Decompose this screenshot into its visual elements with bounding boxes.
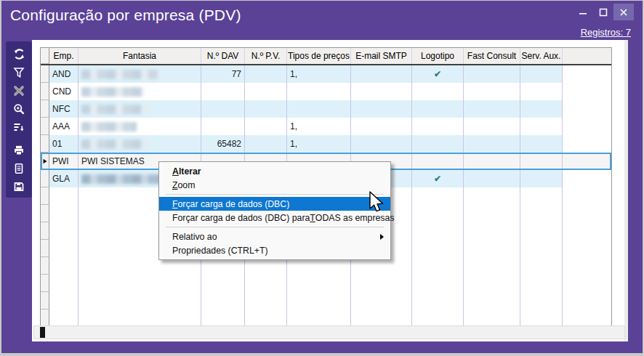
save-button[interactable] bbox=[9, 177, 28, 195]
cell-fast[interactable] bbox=[464, 153, 520, 170]
cell-fantasia[interactable] bbox=[79, 135, 201, 153]
column-header-pv[interactable]: N.º P.V. bbox=[245, 48, 287, 64]
empty-cell bbox=[464, 257, 520, 275]
cell-fast[interactable] bbox=[464, 118, 520, 135]
table-row-nfc[interactable]: NFC bbox=[41, 100, 611, 118]
cell-fast[interactable] bbox=[464, 65, 520, 83]
row-gutter-cell[interactable] bbox=[41, 153, 49, 170]
cell-serv[interactable] bbox=[520, 65, 563, 83]
cell-logotipo[interactable] bbox=[412, 118, 464, 135]
cell-emp[interactable]: AAA bbox=[49, 118, 79, 135]
row-gutter-cell[interactable] bbox=[41, 83, 49, 100]
row-gutter-cell[interactable] bbox=[41, 135, 49, 153]
row-gutter-cell[interactable] bbox=[41, 118, 49, 135]
filter-button[interactable] bbox=[9, 63, 28, 81]
cell-pv[interactable] bbox=[245, 118, 287, 135]
row-gutter-cell bbox=[41, 310, 49, 326]
cell-dav[interactable]: 65482 bbox=[201, 135, 245, 153]
zoom-button[interactable] bbox=[9, 100, 28, 118]
cell-emp[interactable]: GLA bbox=[49, 170, 79, 187]
cell-emp[interactable]: AND bbox=[49, 65, 79, 83]
column-header-logotipo[interactable]: Logotipo bbox=[412, 48, 464, 64]
table-row-aaa[interactable]: AAA1, bbox=[41, 118, 611, 135]
cell-emp[interactable]: 01 bbox=[49, 135, 79, 153]
row-gutter-cell[interactable] bbox=[41, 100, 49, 118]
cell-serv[interactable] bbox=[520, 100, 563, 118]
cell-tipos[interactable]: 1, bbox=[287, 118, 351, 135]
cell-emp[interactable]: NFC bbox=[49, 100, 79, 118]
horizontal-scrollbar[interactable] bbox=[33, 325, 625, 339]
horizontal-scrollbar-thumb[interactable] bbox=[40, 327, 45, 338]
cell-pv[interactable] bbox=[245, 65, 287, 83]
close-button[interactable] bbox=[613, 4, 634, 20]
cell-logotipo[interactable]: ✔ bbox=[412, 65, 464, 83]
cell-pv[interactable] bbox=[245, 100, 287, 118]
column-header-serv[interactable]: Serv. Aux. bbox=[520, 48, 563, 64]
cell-fantasia[interactable] bbox=[79, 118, 201, 135]
cell-email[interactable] bbox=[351, 65, 412, 83]
cell-email[interactable] bbox=[351, 135, 412, 153]
cell-logotipo[interactable] bbox=[412, 100, 464, 118]
menu-item-forcar-carga-de-dados-dbc-para-todas-as-empresas[interactable]: Forçar carga de dados (DBC) para TODAS a… bbox=[159, 211, 390, 224]
print-button[interactable] bbox=[9, 141, 28, 159]
cell-email[interactable] bbox=[351, 83, 412, 100]
menu-item-propriedades-ctrl-t[interactable]: Propriedades (CTRL+T) bbox=[159, 243, 390, 257]
cell-emp[interactable]: PWI bbox=[49, 153, 79, 170]
column-header-tipos[interactable]: Tipos de preços bbox=[287, 48, 351, 64]
cell-fast[interactable] bbox=[464, 170, 520, 187]
cell-dav[interactable] bbox=[201, 118, 245, 135]
cell-tipos[interactable] bbox=[287, 83, 351, 100]
column-header-email[interactable]: E-mail SMTP bbox=[351, 48, 412, 64]
column-header-fantasia[interactable]: Fantasia bbox=[79, 48, 201, 64]
minimize-button[interactable] bbox=[573, 4, 593, 20]
cell-serv[interactable] bbox=[520, 153, 563, 170]
toolbar-sidebar bbox=[6, 41, 32, 198]
cancel-button[interactable] bbox=[9, 81, 28, 100]
maximize-icon bbox=[597, 7, 609, 18]
cell-fast[interactable] bbox=[464, 100, 520, 118]
maximize-button[interactable] bbox=[593, 4, 613, 20]
cell-logotipo[interactable] bbox=[412, 135, 464, 153]
column-header-fast[interactable]: Fast Consult bbox=[464, 48, 520, 64]
menu-item-forcar-carga-de-dados-dbc[interactable]: Forçar carga de dados (DBC) bbox=[159, 197, 390, 211]
cell-logotipo[interactable] bbox=[412, 83, 464, 100]
cell-serv[interactable] bbox=[520, 83, 563, 100]
row-gutter-cell[interactable] bbox=[41, 65, 49, 83]
cell-serv[interactable] bbox=[520, 170, 563, 187]
registros-link[interactable]: Registros: 7 bbox=[581, 27, 631, 38]
cell-serv[interactable] bbox=[520, 118, 563, 135]
cell-email[interactable] bbox=[351, 100, 412, 118]
menu-separator bbox=[166, 227, 384, 227]
cell-fantasia[interactable] bbox=[79, 65, 201, 83]
cell-dav[interactable] bbox=[201, 83, 245, 100]
cell-emp[interactable]: CND bbox=[49, 83, 79, 100]
menu-item-zoom[interactable]: Zoom bbox=[159, 178, 390, 192]
sort-button[interactable] bbox=[9, 118, 28, 136]
cell-fantasia[interactable] bbox=[79, 83, 201, 100]
column-header-emp[interactable]: Emp. bbox=[49, 48, 79, 64]
cell-tipos[interactable]: 1, bbox=[287, 65, 351, 83]
cell-pv[interactable] bbox=[245, 83, 287, 100]
table-row-cnd[interactable]: CND bbox=[41, 83, 611, 100]
table-row-and[interactable]: AND771,✔ bbox=[41, 65, 611, 83]
report-button[interactable] bbox=[9, 159, 28, 177]
cell-logotipo[interactable] bbox=[412, 153, 464, 170]
cell-tipos[interactable]: 1, bbox=[287, 135, 351, 153]
column-header-dav[interactable]: N.º DAV bbox=[201, 48, 245, 64]
cell-dav[interactable]: 77 bbox=[201, 65, 245, 83]
cell-fast[interactable] bbox=[464, 83, 520, 100]
empty-cell bbox=[520, 310, 563, 326]
menu-item-alterar[interactable]: Alterar bbox=[159, 164, 390, 178]
refresh-button[interactable] bbox=[9, 45, 28, 63]
cell-serv[interactable] bbox=[520, 135, 563, 153]
table-row-01[interactable]: 01654821, bbox=[41, 135, 611, 153]
cell-fantasia[interactable] bbox=[79, 100, 201, 118]
cell-fast[interactable] bbox=[464, 135, 520, 153]
cell-logotipo[interactable]: ✔ bbox=[412, 170, 464, 187]
cell-tipos[interactable] bbox=[287, 100, 351, 118]
cell-pv[interactable] bbox=[245, 135, 287, 153]
menu-item-relativo-ao[interactable]: Relativo ao bbox=[159, 230, 390, 243]
cell-email[interactable] bbox=[351, 118, 412, 135]
cell-dav[interactable] bbox=[201, 100, 245, 118]
row-gutter-cell[interactable] bbox=[41, 170, 49, 187]
